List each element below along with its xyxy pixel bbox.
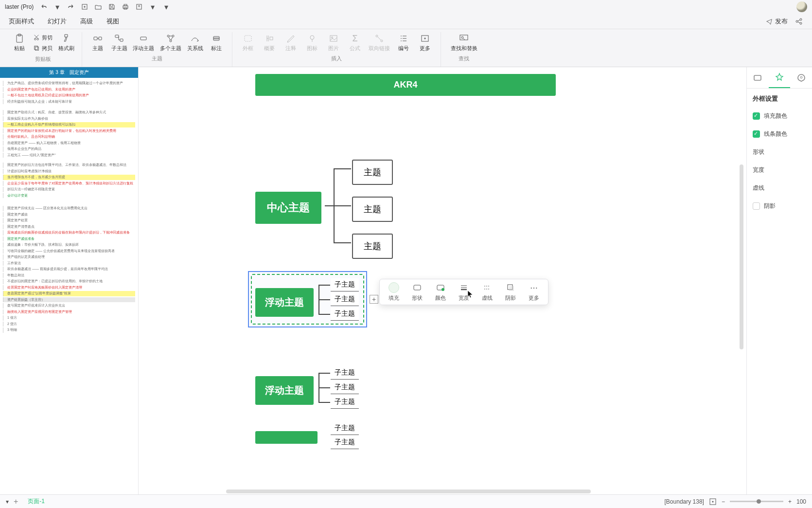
- rpanel-shadow[interactable]: 阴影: [747, 197, 812, 215]
- subtopic-node[interactable]: 子主题: [331, 436, 359, 449]
- formula-button[interactable]: Σ公式: [345, 32, 365, 53]
- sb-add-page-icon[interactable]: +: [14, 497, 18, 506]
- checkbox-icon[interactable]: [753, 202, 760, 210]
- vertical-scrollbar[interactable]: [740, 164, 743, 349]
- summary-button[interactable]: 概要: [260, 32, 279, 53]
- boundary-status: [Boundary 138]: [665, 498, 704, 505]
- relation-button[interactable]: 关系线: [185, 32, 205, 53]
- more-insert-button[interactable]: 更多: [415, 32, 435, 53]
- child-topic-node[interactable]: 主题: [352, 234, 393, 259]
- print-icon[interactable]: [121, 2, 130, 11]
- center-topic-node[interactable]: 中心主题: [255, 192, 321, 224]
- floating-topic-node[interactable]: 浮动主题: [255, 288, 314, 317]
- zoom-level: 100: [796, 498, 806, 505]
- subtopic-node[interactable]: 子主题: [331, 366, 359, 380]
- rpanel-tab-tag-icon[interactable]: [790, 67, 812, 88]
- ft-shadow[interactable]: 阴影: [501, 282, 520, 302]
- ribbon-group-label: 剪贴板: [35, 55, 51, 63]
- rpanel-shape[interactable]: 形状: [747, 143, 812, 161]
- rpanel-width[interactable]: 宽度: [747, 161, 812, 179]
- subtopic-node[interactable]: 子主题: [331, 308, 359, 321]
- marker-button[interactable]: 标注: [207, 32, 226, 53]
- floating-topic-button[interactable]: 浮动主题: [131, 32, 156, 53]
- fit-screen-icon[interactable]: [709, 498, 717, 506]
- svg-rect-37: [509, 286, 514, 291]
- copy-button[interactable]: 拷贝: [31, 43, 54, 54]
- ribbon-group-topic: 主题 子主题 浮动主题 多个主题 关系线 标注 主题: [82, 32, 232, 67]
- redo-icon[interactable]: [67, 2, 75, 11]
- publish-button[interactable]: 发布: [766, 17, 788, 26]
- cut-button[interactable]: 剪切: [31, 32, 54, 43]
- find-replace-button[interactable]: 查找和替换: [447, 32, 481, 53]
- rpanel-dash[interactable]: 虚线: [747, 179, 812, 197]
- svg-point-27: [332, 37, 333, 38]
- subtopic-button[interactable]: 子主题: [109, 32, 129, 53]
- svg-point-28: [376, 35, 378, 37]
- rpanel-line-color[interactable]: 线条颜色: [747, 125, 812, 143]
- ft-shape[interactable]: 形状: [408, 282, 426, 302]
- statusbar: ▾ + 页面-1 [Boundary 138] − + 100: [0, 494, 812, 508]
- topic-button[interactable]: 主题: [88, 32, 107, 53]
- canvas[interactable]: AKR4 中心主题 主题 主题 主题 浮动主题 子主题 子主题 子主题 + 填充…: [139, 67, 746, 494]
- rpanel-tab-ai-icon[interactable]: [769, 67, 791, 88]
- export-icon[interactable]: [135, 2, 143, 11]
- sb-dropdown-icon[interactable]: ▾: [6, 498, 9, 505]
- page-tab[interactable]: 页面-1: [23, 496, 50, 507]
- svg-rect-15: [99, 37, 102, 40]
- open-icon[interactable]: [94, 2, 103, 11]
- ft-color[interactable]: 颜色: [431, 282, 450, 302]
- frame-button[interactable]: 外框: [238, 32, 258, 53]
- checkbox-icon[interactable]: [753, 130, 760, 138]
- ft-more[interactable]: ⋯更多: [525, 282, 543, 302]
- ft-dash[interactable]: 虚线: [478, 282, 496, 302]
- number-button[interactable]: 编号: [394, 32, 413, 53]
- floating-topic-node[interactable]: [255, 431, 318, 444]
- twoway-link-button[interactable]: 双向链接: [367, 32, 392, 53]
- save-icon[interactable]: [107, 2, 116, 11]
- export-dropdown-icon[interactable]: ▾: [148, 2, 157, 11]
- subtopic-node[interactable]: 子主题: [331, 381, 359, 394]
- svg-point-21: [170, 40, 172, 42]
- rpanel-tab-frame-icon[interactable]: [747, 67, 769, 88]
- svg-point-39: [800, 76, 802, 78]
- subtopic-node[interactable]: 子主题: [331, 396, 359, 409]
- format-painter-button[interactable]: 格式刷: [56, 32, 76, 53]
- multi-topic-button[interactable]: 多个主题: [158, 32, 183, 53]
- titlebar: laster (Pro) ▾ ▾ ▾: [0, 0, 812, 14]
- undo-icon[interactable]: [39, 2, 48, 11]
- horizontal-scrollbar[interactable]: [226, 490, 591, 493]
- menu-page-style[interactable]: 页面样式: [9, 17, 34, 26]
- rpanel-fill-color[interactable]: 填充颜色: [747, 107, 812, 125]
- child-topic-node[interactable]: 主题: [352, 160, 393, 185]
- svg-point-5: [796, 20, 798, 22]
- floating-topic-node[interactable]: 浮动主题: [255, 376, 314, 405]
- ft-fill[interactable]: 填充: [385, 282, 403, 302]
- menu-slideshow[interactable]: 幻灯片: [48, 17, 67, 26]
- share-icon[interactable]: [794, 17, 803, 26]
- more-dropdown-icon[interactable]: ▾: [162, 2, 171, 11]
- svg-point-32: [461, 36, 463, 38]
- zoom-slider[interactable]: [730, 501, 783, 502]
- zoom-out-icon[interactable]: −: [722, 498, 725, 505]
- add-subtopic-handle[interactable]: +: [370, 295, 378, 304]
- subtopic-node[interactable]: 子主题: [331, 278, 359, 291]
- menu-advanced[interactable]: 高级: [80, 17, 93, 26]
- icon-button[interactable]: 图标: [302, 32, 322, 53]
- undo-dropdown-icon[interactable]: ▾: [53, 2, 62, 11]
- menu-view[interactable]: 视图: [106, 17, 119, 26]
- title-node[interactable]: AKR4: [255, 74, 556, 96]
- subtopic-node[interactable]: 子主题: [331, 422, 359, 435]
- subtopic-node[interactable]: 子主题: [331, 293, 359, 306]
- svg-rect-38: [754, 75, 761, 80]
- avatar[interactable]: [796, 1, 807, 12]
- image-button[interactable]: 图片: [324, 32, 343, 53]
- note-button[interactable]: 注释: [281, 32, 300, 53]
- paste-button[interactable]: 粘贴: [10, 32, 29, 53]
- zoom-in-icon[interactable]: +: [788, 498, 792, 505]
- ft-width[interactable]: 宽度: [455, 282, 473, 302]
- child-topic-node[interactable]: 主题: [352, 197, 393, 222]
- new-icon[interactable]: [80, 2, 89, 11]
- publish-label: 发布: [775, 17, 788, 26]
- checkbox-icon[interactable]: [753, 112, 760, 120]
- outline-panel[interactable]: 第 3 章 固定资产 为生产商品、提供劳务或经营管理而持有，使用期限超过一个会计…: [0, 67, 139, 494]
